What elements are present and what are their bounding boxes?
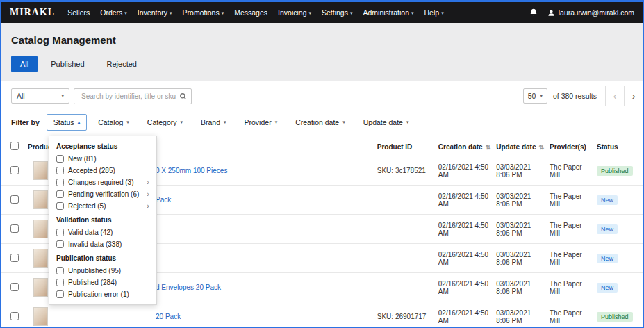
tab-published[interactable]: Published — [42, 56, 93, 72]
option-checkbox[interactable] — [56, 179, 64, 186]
status-option-pending-verification[interactable]: Pending verification (6)› — [49, 188, 156, 200]
chevron-down-icon: ▾ — [224, 120, 226, 125]
row-checkbox[interactable] — [10, 283, 19, 291]
filter-update-date[interactable]: Update date▾ — [356, 114, 416, 131]
nav-item-label: Inventory — [138, 8, 167, 17]
status-option-accepted[interactable]: Accepted (285) — [49, 165, 156, 177]
product-link[interactable]: 20 Pack — [156, 313, 181, 320]
product-text: d Envelopes 20 Pack — [156, 284, 221, 291]
dropdown-section-title: Acceptance status — [49, 138, 156, 153]
row-checkbox[interactable] — [10, 254, 19, 262]
status-option-publication-error[interactable]: Publication error (1) — [49, 288, 156, 300]
product-link[interactable]: Pack — [156, 196, 171, 204]
status-option-rejected[interactable]: Rejected (5)› — [49, 200, 156, 212]
filter-button-label: Provider — [245, 118, 272, 126]
nav-item-sellers[interactable]: Sellers — [67, 8, 90, 17]
chevron-down-icon: ▾ — [180, 120, 183, 125]
nav-item-help[interactable]: Help▾ — [424, 8, 444, 17]
column-header-creation-date[interactable]: Creation date⇅ — [436, 138, 493, 156]
notifications-bell-icon[interactable] — [529, 8, 538, 17]
toolbar-right: 50 ▾ of 380 results ‹ › — [523, 86, 643, 106]
nav-item-settings[interactable]: Settings▾ — [322, 8, 352, 17]
nav-item-label: Promotions — [183, 8, 220, 17]
filter-category[interactable]: Category▾ — [140, 114, 190, 131]
option-checkbox[interactable] — [56, 190, 64, 198]
sort-icon[interactable]: ⇅ — [486, 144, 491, 151]
row-checkbox[interactable] — [10, 224, 19, 233]
user-menu[interactable]: laura.irwin@mirakl.com — [547, 8, 634, 17]
sort-icon[interactable]: ⇅ — [538, 144, 544, 151]
option-checkbox[interactable] — [56, 155, 64, 163]
product-link[interactable]: 0 X 250mm 100 Pieces — [156, 167, 227, 174]
nav-item-messages[interactable]: Messages — [234, 8, 267, 17]
update-date-cell: 03/03/2021 8:06 PM — [493, 186, 547, 215]
nav-item-promotions[interactable]: Promotions▾ — [183, 8, 224, 17]
column-header-product-id[interactable]: Product ID — [374, 138, 436, 156]
filter-bar: Filter by Status▴Catalog▾Category▾Brand▾… — [1, 111, 643, 138]
product-text: 20 Pack — [156, 313, 181, 320]
page-size-select[interactable]: 50 ▾ — [523, 88, 547, 104]
column-header-provider-s[interactable]: Provider(s) — [547, 138, 594, 156]
row-checkbox[interactable] — [10, 195, 19, 204]
option-checkbox[interactable] — [56, 279, 64, 286]
column-header-update-date[interactable]: Update date⇅ — [493, 138, 547, 156]
nav-item-administration[interactable]: Administration▾ — [363, 8, 413, 17]
option-checkbox[interactable] — [56, 167, 64, 174]
select-all-checkbox[interactable] — [10, 142, 19, 150]
chevron-down-icon: ▾ — [170, 10, 172, 15]
filter-brand[interactable]: Brand▾ — [194, 114, 233, 131]
status-option-new[interactable]: New (81) — [49, 153, 156, 165]
product-thumbnail — [33, 190, 48, 209]
tab-all[interactable]: All — [11, 56, 38, 72]
status-option-changes-required[interactable]: Changes required (3)› — [49, 177, 156, 188]
filter-buttons: Status▴Catalog▾Category▾Brand▾Provider▾C… — [47, 114, 416, 131]
nav-item-label: Help — [424, 8, 440, 17]
row-checkbox[interactable] — [10, 312, 19, 320]
search-icon[interactable] — [179, 92, 187, 100]
brand-logo[interactable]: MIRAKL — [10, 7, 55, 18]
provider-cell: The Paper Mill — [547, 244, 594, 273]
status-cell: New — [594, 244, 643, 273]
row-checkbox[interactable] — [10, 166, 19, 174]
column-header-label: Product ID — [377, 143, 413, 151]
chevron-down-icon: ▾ — [342, 120, 345, 125]
option-checkbox[interactable] — [56, 267, 64, 274]
tab-rejected[interactable]: Rejected — [98, 56, 146, 72]
next-page-button[interactable]: › — [624, 86, 643, 106]
scope-select[interactable]: All ▾ — [11, 88, 69, 104]
prev-page-button[interactable]: ‹ — [605, 86, 624, 106]
creation-date-cell: 02/16/2021 4:50 AM — [436, 302, 493, 328]
status-cell: New — [594, 186, 643, 215]
option-checkbox[interactable] — [56, 202, 64, 210]
status-option-invalid-data[interactable]: Invalid data (338) — [49, 238, 156, 250]
filter-catalog[interactable]: Catalog▾ — [91, 114, 136, 131]
nav-item-invoicing[interactable]: Invoicing▾ — [278, 8, 311, 17]
product-link[interactable]: d Envelopes 20 Pack — [156, 284, 221, 291]
status-option-valid-data[interactable]: Valid data (42) — [49, 227, 156, 238]
scope-select-value: All — [17, 92, 25, 100]
nav-item-inventory[interactable]: Inventory▾ — [138, 8, 172, 17]
product-cell-content: 20 Pack — [33, 307, 372, 326]
status-option-published[interactable]: Published (284) — [49, 277, 156, 288]
chevron-down-icon: ▾ — [309, 10, 312, 15]
toolbar: All ▾ 50 ▾ of 380 results ‹ › — [1, 81, 643, 111]
nav-item-orders[interactable]: Orders▾ — [100, 8, 127, 17]
column-header-status[interactable]: Status — [594, 138, 643, 156]
option-checkbox[interactable] — [56, 290, 64, 298]
status-option-unpublished[interactable]: Unpublished (95) — [49, 265, 156, 277]
chevron-up-icon: ▴ — [78, 120, 81, 125]
navbar-right: laura.irwin@mirakl.com — [529, 8, 634, 17]
pagination: ‹ › — [605, 86, 643, 106]
option-checkbox[interactable] — [56, 229, 64, 236]
search-input[interactable] — [80, 92, 179, 101]
filter-button-label: Catalog — [98, 118, 123, 126]
filter-status[interactable]: Status▴ — [47, 114, 87, 131]
filter-button-label: Status — [53, 118, 74, 126]
product-id-cell: SKU: 3c178521 — [374, 156, 436, 186]
nav-item-label: Settings — [322, 8, 348, 17]
option-checkbox[interactable] — [56, 240, 64, 248]
filter-creation-date[interactable]: Creation date▾ — [288, 114, 352, 131]
column-header-label: Status — [597, 143, 618, 151]
filter-provider[interactable]: Provider▾ — [238, 114, 285, 131]
provider-cell: The Paper Mill — [547, 156, 594, 186]
